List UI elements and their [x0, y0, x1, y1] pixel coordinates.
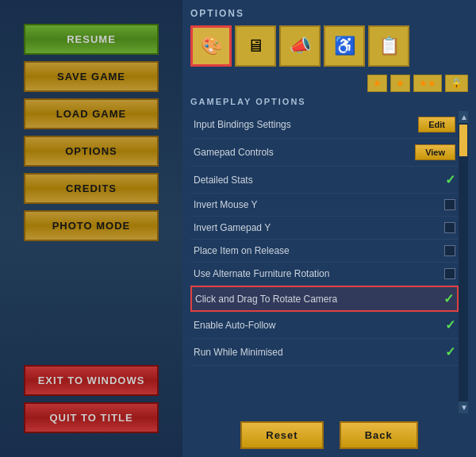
check-invert-gamepad-y[interactable] — [444, 222, 455, 233]
bottom-bar: Reset Back — [190, 413, 468, 449]
gameplay-label: GAMEPLAY OPTIONS — [190, 97, 468, 106]
star-filter-row: ★ ★ ★★ 🔒 — [190, 75, 468, 92]
options-scroll-area: Input Bindings Settings Edit Gamepad Con… — [190, 111, 468, 413]
option-right-invert-gamepad-y — [444, 222, 455, 233]
option-right-gamepad-controls: View — [415, 144, 455, 160]
check-rotate-camera[interactable]: ✓ — [443, 291, 454, 306]
tab-display-icon[interactable]: 🖥 — [235, 25, 276, 67]
tab-audio-icon[interactable]: 📣 — [279, 25, 321, 67]
edit-button[interactable]: Edit — [418, 117, 455, 132]
option-label-invert-gamepad-y: Invert Gamepad Y — [194, 222, 271, 233]
option-right-run-minimised: ✓ — [445, 344, 455, 359]
option-row-invert-gamepad-y: Invert Gamepad Y — [190, 217, 459, 240]
quit-to-title-button[interactable]: QUIT TO TITLE — [24, 402, 159, 433]
star-filter-3[interactable]: ★★ — [413, 75, 442, 92]
tab-gameplay-icon[interactable]: 🎨 — [190, 25, 232, 67]
option-right-invert-mouse-y — [444, 199, 455, 210]
scroll-thumb[interactable] — [459, 125, 467, 156]
load-game-button[interactable]: LOAD GAME — [24, 98, 159, 129]
option-label-place-item: Place Item on Release — [194, 245, 290, 256]
option-label-alternate-rotation: Use Alternate Furniture Rotation — [194, 268, 329, 279]
option-right-input-bindings: Edit — [418, 117, 455, 132]
option-row-detailed-stats: Detailed Stats ✓ — [190, 167, 459, 194]
options-title: OPTIONS — [190, 8, 468, 19]
option-label-input-bindings: Input Bindings Settings — [194, 119, 291, 130]
star-filter-1[interactable]: ★ — [367, 75, 387, 92]
option-right-detailed-stats: ✓ — [445, 172, 455, 187]
save-game-button[interactable]: SAVE GAME — [24, 61, 159, 92]
scroll-up-arrow[interactable]: ▲ — [459, 111, 468, 123]
option-right-alternate-rotation — [444, 268, 455, 279]
tab-icon-row: 🎨 🖥 📣 ♿ 📋 — [190, 25, 468, 67]
option-label-invert-mouse-y: Invert Mouse Y — [194, 199, 257, 210]
option-row-rotate-camera: Click and Drag To Rotate Camera ✓ — [190, 286, 459, 312]
check-alternate-rotation[interactable] — [444, 268, 455, 279]
option-right-place-item — [444, 245, 455, 256]
options-list: Input Bindings Settings Edit Gamepad Con… — [190, 111, 459, 413]
scroll-down-arrow[interactable]: ▼ — [459, 401, 468, 413]
tab-controls-icon[interactable]: 📋 — [368, 25, 409, 67]
tab-accessibility-icon[interactable]: ♿ — [324, 25, 365, 67]
option-row-run-minimised: Run While Minimised ✓ — [190, 339, 459, 366]
option-row-invert-mouse-y: Invert Mouse Y — [190, 194, 459, 217]
view-button[interactable]: View — [415, 144, 455, 160]
lock-filter[interactable]: 🔒 — [445, 75, 468, 92]
reset-button[interactable]: Reset — [240, 421, 323, 449]
option-right-auto-follow: ✓ — [445, 317, 455, 332]
option-label-gamepad-controls: Gamepad Controls — [194, 147, 274, 158]
photo-mode-button[interactable]: PHOTO MODE — [24, 210, 159, 241]
option-row-place-item: Place Item on Release — [190, 240, 459, 263]
option-label-auto-follow: Enable Auto-Follow — [194, 320, 275, 331]
option-row-gamepad-controls: Gamepad Controls View — [190, 139, 459, 167]
star-filter-2[interactable]: ★ — [390, 75, 410, 92]
credits-button[interactable]: CREDITS — [24, 173, 159, 204]
check-place-item[interactable] — [444, 245, 455, 256]
check-auto-follow[interactable]: ✓ — [445, 317, 455, 332]
left-menu-panel: RESUME SAVE GAME LOAD GAME OPTIONS CREDI… — [0, 0, 182, 457]
option-row-alternate-rotation: Use Alternate Furniture Rotation — [190, 263, 459, 286]
option-label-rotate-camera: Click and Drag To Rotate Camera — [195, 294, 337, 305]
option-row-auto-follow: Enable Auto-Follow ✓ — [190, 312, 459, 339]
option-label-run-minimised: Run While Minimised — [194, 347, 283, 358]
back-button[interactable]: Back — [340, 421, 418, 449]
right-options-panel: OPTIONS 🎨 🖥 📣 ♿ 📋 ★ ★ ★★ 🔒 GAMEPLAY OPTI… — [182, 0, 476, 457]
scrollbar[interactable]: ▲ ▼ — [459, 111, 468, 413]
exit-to-windows-button[interactable]: EXIT TO WINDOWS — [24, 365, 159, 396]
option-row-input-bindings: Input Bindings Settings Edit — [190, 111, 459, 139]
check-detailed-stats[interactable]: ✓ — [445, 172, 455, 187]
resume-button[interactable]: RESUME — [24, 24, 159, 55]
option-right-rotate-camera: ✓ — [443, 291, 454, 306]
option-label-detailed-stats: Detailed Stats — [194, 175, 253, 186]
options-button[interactable]: OPTIONS — [24, 136, 159, 167]
check-run-minimised[interactable]: ✓ — [445, 344, 455, 359]
check-invert-mouse-y[interactable] — [444, 199, 455, 210]
